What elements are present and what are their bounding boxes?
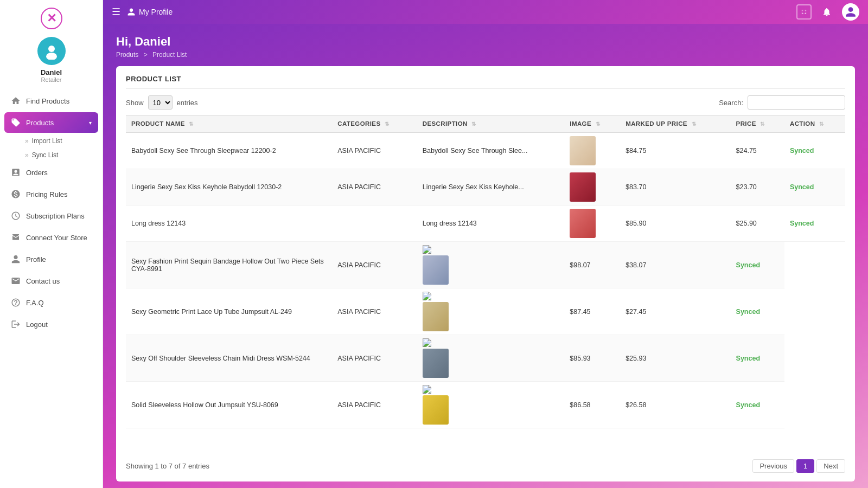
svg-point-2: [48, 46, 55, 52]
home-icon: [11, 96, 21, 106]
table-row: Long dress 12143 Long dress 12143 $85.90…: [126, 206, 845, 242]
product-action-cell[interactable]: Synced: [784, 132, 845, 169]
product-action-cell[interactable]: Synced: [731, 335, 784, 382]
sidebar-item-orders[interactable]: Orders: [4, 162, 98, 183]
product-action-cell[interactable]: Synced: [784, 169, 845, 206]
sidebar-item-pricing-rules[interactable]: Pricing Rules: [4, 184, 98, 204]
page-1-button[interactable]: 1: [796, 459, 814, 473]
product-price-cell: $38.07: [620, 242, 730, 288]
synced-badge[interactable]: Synced: [736, 261, 760, 269]
product-image-cell: [564, 169, 620, 206]
product-description-cell: [417, 335, 565, 382]
col-description[interactable]: DESCRIPTION ⇅: [417, 115, 565, 133]
pricing-icon: [11, 189, 21, 199]
product-name-cell: Lingerie Sexy Sex Kiss Keyhole Babydoll …: [126, 169, 332, 206]
products-table: PRODUCT NAME ⇅ CATEGORIES ⇅ DESCRIPTION …: [126, 115, 845, 428]
sidebar-item-subscription-plans[interactable]: Subscription Plans: [4, 206, 98, 226]
product-name-cell: Sexy Off Shoulder Sleeveless Chain Midi …: [126, 335, 332, 382]
sidebar-item-label: Contact us: [26, 277, 60, 285]
store-icon: [11, 233, 21, 242]
hamburger-menu[interactable]: ☰: [112, 6, 120, 18]
previous-page-button[interactable]: Previous: [752, 459, 794, 473]
avatar-icon: [845, 6, 857, 18]
col-image[interactable]: IMAGE ⇅: [564, 115, 620, 133]
product-action-cell[interactable]: Synced: [731, 288, 784, 335]
product-image: [423, 302, 449, 331]
product-description-cell: [417, 382, 565, 428]
product-name-cell: Babydoll Sexy See Through Sleepwear 1220…: [126, 132, 332, 169]
subscription-icon: [11, 211, 21, 221]
sidebar-item-faq[interactable]: F.A.Q: [4, 292, 98, 313]
sidebar-item-connect-your-store[interactable]: Connect Your Store: [4, 227, 98, 248]
col-action[interactable]: ACTION ⇅: [784, 115, 845, 133]
sidebar-item-products[interactable]: Products ▾: [4, 112, 98, 133]
synced-badge[interactable]: Synced: [790, 147, 814, 155]
sidebar-item-label: Logout: [26, 320, 48, 329]
app-logo: ✕: [39, 5, 65, 31]
search-box: Search:: [719, 95, 845, 110]
breadcrumb-produts[interactable]: Produts: [116, 51, 138, 59]
product-action-cell[interactable]: Synced: [784, 206, 845, 242]
svg-text:✕: ✕: [47, 11, 56, 25]
synced-badge[interactable]: Synced: [790, 183, 814, 191]
synced-badge[interactable]: Synced: [736, 355, 760, 362]
product-description-cell: [417, 242, 565, 288]
product-category-cell: [332, 206, 417, 242]
product-image: [423, 349, 449, 378]
content-area: Hi, Daniel Produts > Product List PRODUC…: [103, 24, 868, 488]
product-marked-up-price-cell: $83.70: [620, 169, 730, 206]
col-categories[interactable]: CATEGORIES ⇅: [332, 115, 417, 133]
breadcrumb-product-list[interactable]: Product List: [152, 51, 187, 59]
product-price-cell: $26.58: [620, 382, 730, 428]
synced-badge[interactable]: Synced: [790, 220, 814, 227]
sidebar-item-contact-us[interactable]: Contact us: [4, 271, 98, 291]
search-label: Search:: [719, 99, 743, 107]
greeting-text: Hi, Daniel: [116, 35, 855, 49]
product-description-cell: [417, 288, 565, 335]
sidebar-item-sync-list[interactable]: Sync List: [21, 148, 98, 162]
product-category-cell: ASIA PACIFIC: [332, 288, 417, 335]
notifications-button[interactable]: [819, 4, 834, 20]
show-entries-control: Show 10 25 50 entries: [126, 95, 198, 110]
sidebar-item-logout[interactable]: Logout: [4, 314, 98, 335]
product-image-cell: [564, 132, 620, 169]
product-description-cell: Lingerie Sexy Sex Kiss Keyhole...: [417, 169, 565, 206]
product-name-cell: Sexy Geometric Print Lace Up Tube Jumpsu…: [126, 288, 332, 335]
sidebar-item-profile[interactable]: Profile: [4, 249, 98, 269]
product-action-cell[interactable]: Synced: [731, 242, 784, 288]
pagination-bar: Showing 1 to 7 of 7 entries Previous 1 N…: [126, 454, 845, 473]
product-marked-up-price-cell: $98.07: [564, 242, 620, 288]
product-marked-up-price-cell: $85.90: [620, 206, 730, 242]
topbar-user-avatar[interactable]: [842, 3, 859, 21]
products-sub-nav: Import List Sync List: [4, 134, 98, 162]
col-marked-up-price[interactable]: MARKED UP PRICE ⇅: [620, 115, 730, 133]
product-action-cell[interactable]: Synced: [731, 382, 784, 428]
sidebar-item-import-list[interactable]: Import List: [21, 134, 98, 148]
show-label: Show: [126, 99, 144, 107]
sidebar-user-name: Daniel: [41, 68, 62, 76]
col-product-name[interactable]: PRODUCT NAME ⇅: [126, 115, 332, 133]
product-image: [570, 172, 596, 202]
table-row: Sexy Off Shoulder Sleeveless Chain Midi …: [126, 335, 845, 382]
product-price-cell: $25.90: [731, 206, 784, 242]
product-category-cell: ASIA PACIFIC: [332, 335, 417, 382]
product-name-cell: Sexy Fashion Print Sequin Bandage Hollow…: [126, 242, 332, 288]
topbar: ☰ My Profile: [103, 0, 868, 24]
sidebar-item-find-products[interactable]: Find Products: [4, 91, 98, 111]
search-input[interactable]: [748, 95, 845, 110]
logout-icon: [11, 319, 21, 329]
product-image: [570, 136, 596, 165]
fullscreen-button[interactable]: [796, 4, 812, 20]
product-price-cell: $23.70: [731, 169, 784, 206]
sidebar-user-role: Retailer: [41, 76, 62, 83]
product-name-cell: Solid Sleeveless Hollow Out Jumpsuit YSU…: [126, 382, 332, 428]
col-price[interactable]: PRICE ⇅: [731, 115, 784, 133]
next-page-button[interactable]: Next: [816, 459, 845, 473]
product-category-cell: ASIA PACIFIC: [332, 169, 417, 206]
product-marked-up-price-cell: $85.93: [564, 335, 620, 382]
synced-badge[interactable]: Synced: [736, 401, 760, 409]
sidebar-item-label: Connect Your Store: [26, 234, 87, 242]
synced-badge[interactable]: Synced: [736, 308, 760, 316]
entries-per-page-select[interactable]: 10 25 50: [148, 95, 173, 110]
topbar-title: My Profile: [127, 8, 173, 16]
